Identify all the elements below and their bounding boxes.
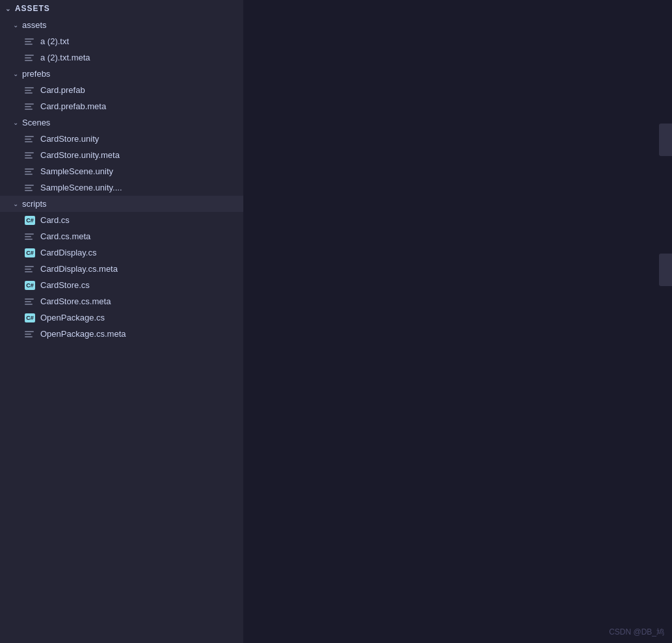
scripts-chevron: ⌄ (13, 200, 18, 207)
scenes-chevron: ⌄ (13, 119, 18, 126)
file-a2txtmeta[interactable]: a (2).txt.meta (0, 49, 243, 66)
file-openpackage-cs-meta[interactable]: OpenPackage.cs.meta (0, 326, 243, 342)
csharp-icon: C# (25, 216, 35, 225)
folder-assets[interactable]: ⌄ assets (0, 17, 243, 33)
file-card-prefab-meta-label: Card.prefab.meta (40, 101, 106, 111)
lines-icon (25, 136, 35, 142)
file-openpackage-cs[interactable]: C# OpenPackage.cs (0, 309, 243, 326)
folder-scenes-label: Scenes (22, 118, 50, 127)
lines-icon (25, 331, 35, 337)
file-cardstore-cs-meta-label: CardStore.cs.meta (40, 296, 111, 306)
watermark: CSDN @DB_鸠 (609, 627, 664, 638)
file-card-prefab[interactable]: Card.prefab (0, 82, 243, 98)
file-cardstore-unity-meta-label: CardStore.unity.meta (40, 150, 120, 160)
lines-icon (25, 168, 35, 175)
file-card-prefab-label: Card.prefab (40, 85, 85, 95)
file-openpackage-cs-meta-label: OpenPackage.cs.meta (40, 329, 126, 339)
assets-folder-chevron: ⌄ (13, 21, 18, 29)
csharp-icon: C# (25, 248, 35, 257)
prefebs-chevron: ⌄ (13, 70, 18, 77)
file-cardstore-unity-meta[interactable]: CardStore.unity.meta (0, 147, 243, 163)
lines-icon (25, 233, 35, 240)
main-area (243, 0, 672, 643)
file-cardstore-unity[interactable]: CardStore.unity (0, 131, 243, 147)
file-a2txt-label: a (2).txt (40, 36, 69, 46)
folder-assets-label: assets (22, 20, 47, 30)
csharp-icon: C# (25, 313, 35, 322)
assets-chevron: ⌄ (5, 5, 11, 12)
csharp-icon: C# (25, 281, 35, 290)
file-cardstore-cs-meta[interactable]: CardStore.cs.meta (0, 293, 243, 309)
watermark-text: CSDN @DB_鸠 (609, 627, 664, 636)
lines-icon (25, 55, 35, 61)
file-samplescene-unity-meta[interactable]: SampleScene.unity.... (0, 179, 243, 196)
lines-icon (25, 185, 35, 191)
folder-prefebs-label: prefebs (22, 69, 50, 79)
file-card-cs-meta[interactable]: Card.cs.meta (0, 228, 243, 244)
folder-scripts[interactable]: ⌄ scripts (0, 196, 243, 212)
sidebar: ⌄ ASSETS ⌄ assets a (2).txt a (2).txt.me… (0, 0, 243, 643)
file-openpackage-cs-label: OpenPackage.cs (40, 313, 105, 322)
lines-icon (25, 152, 35, 159)
file-a2txt[interactable]: a (2).txt (0, 33, 243, 49)
file-carddisplay-cs-meta-label: CardDisplay.cs.meta (40, 264, 118, 274)
folder-prefebs[interactable]: ⌄ prefebs (0, 66, 243, 82)
assets-title: ASSETS (15, 4, 50, 13)
file-samplescene-unity[interactable]: SampleScene.unity (0, 163, 243, 179)
panel-accent-1 (659, 124, 672, 156)
lines-icon (25, 266, 35, 272)
file-carddisplay-cs-label: CardDisplay.cs (40, 248, 96, 257)
file-card-cs-meta-label: Card.cs.meta (40, 231, 90, 241)
lines-icon (25, 38, 35, 45)
file-samplescene-unity-meta-label: SampleScene.unity.... (40, 183, 122, 192)
file-carddisplay-cs[interactable]: C# CardDisplay.cs (0, 244, 243, 261)
file-cardstore-unity-label: CardStore.unity (40, 134, 99, 144)
file-cardstore-cs[interactable]: C# CardStore.cs (0, 277, 243, 293)
lines-icon (25, 87, 35, 94)
panel-accent-2 (659, 254, 672, 286)
file-cardstore-cs-label: CardStore.cs (40, 280, 90, 290)
file-a2txtmeta-label: a (2).txt.meta (40, 53, 90, 62)
file-samplescene-unity-label: SampleScene.unity (40, 166, 113, 176)
assets-header[interactable]: ⌄ ASSETS (0, 0, 243, 17)
file-card-cs-label: Card.cs (40, 215, 70, 225)
folder-scripts-label: scripts (22, 199, 47, 209)
file-card-cs[interactable]: C# Card.cs (0, 212, 243, 228)
lines-icon (25, 298, 35, 305)
folder-scenes[interactable]: ⌄ Scenes (0, 114, 243, 131)
file-carddisplay-cs-meta[interactable]: CardDisplay.cs.meta (0, 261, 243, 277)
file-card-prefab-meta[interactable]: Card.prefab.meta (0, 98, 243, 114)
lines-icon (25, 103, 35, 110)
